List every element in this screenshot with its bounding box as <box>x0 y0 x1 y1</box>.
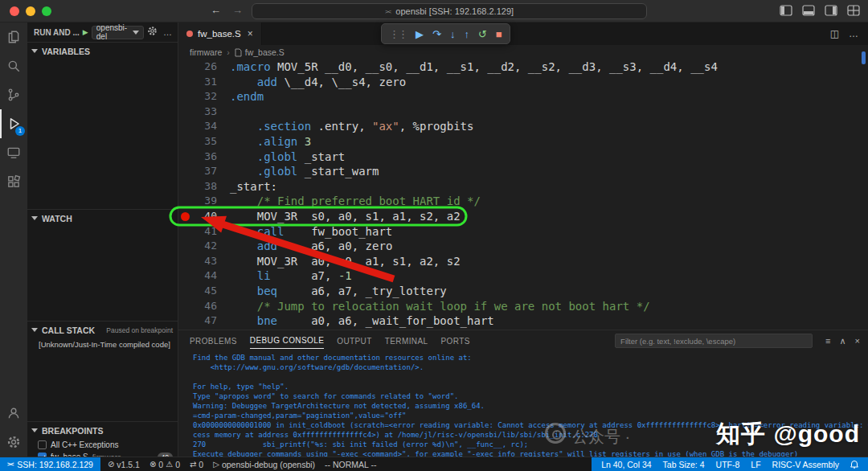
code-line[interactable]: 39 /* Find preferred boot HART id */ <box>178 194 868 209</box>
code-text[interactable]: beq a6, a7, _try_lottery <box>230 284 447 299</box>
call-stack-frame[interactable]: [Unknown/Just-In-Time compiled code] <box>27 338 178 349</box>
gutter[interactable]: 38 <box>178 179 230 195</box>
close-tab-icon[interactable]: × <box>248 28 253 39</box>
gutter[interactable]: 33 <box>178 104 230 120</box>
code-text[interactable]: li a7, -1 <box>230 268 352 284</box>
code-line[interactable]: 44 li a7, -1 <box>178 268 868 284</box>
toggle-secondary-sidebar-icon[interactable] <box>825 5 837 16</box>
code-line[interactable]: 37 .globl _start_warm <box>178 164 868 179</box>
breakpoints-section-header[interactable]: BREAKPOINTS <box>27 421 178 439</box>
stop-icon[interactable]: ■ <box>496 29 502 39</box>
code-line[interactable]: 38_start: <box>178 179 868 195</box>
ports-indicator[interactable]: ⇄ 0 <box>190 460 203 469</box>
breakpoint-row-exceptions[interactable]: All C++ Exceptions <box>27 439 178 451</box>
source-control-icon[interactable] <box>0 80 27 109</box>
editor-more-icon[interactable]: … <box>849 28 858 39</box>
search-icon[interactable] <box>0 51 27 80</box>
tab-fw-base[interactable]: fw_base.S × <box>178 23 262 45</box>
code-text[interactable]: MOV_3R a0, s0, a1, s1, a2, s2 <box>230 254 461 269</box>
gutter[interactable]: 39 <box>178 194 230 209</box>
gutter[interactable]: 40 <box>178 209 230 224</box>
gutter[interactable]: 42 <box>178 239 230 254</box>
account-icon[interactable] <box>0 399 27 428</box>
code-line[interactable]: 45 beq a6, a7, _try_lottery <box>178 284 868 299</box>
run-debug-icon[interactable]: 1 <box>0 109 27 138</box>
tab-terminal[interactable]: TERMINAL <box>385 334 428 349</box>
code-text[interactable]: .endm <box>230 89 264 104</box>
maximize-panel-icon[interactable]: ∧ <box>840 336 846 346</box>
cursor-position-indicator[interactable]: Ln 40, Col 34 <box>601 460 651 469</box>
code-text[interactable]: .align 3 <box>230 134 311 149</box>
debug-session-indicator[interactable]: ▷ opensbi-debug (opensbi) <box>213 460 315 469</box>
breakpoint-dot[interactable] <box>178 212 191 221</box>
tab-ports[interactable]: PORTS <box>441 334 470 349</box>
close-window-button[interactable] <box>10 6 19 16</box>
close-panel-icon[interactable]: × <box>855 336 860 346</box>
command-center[interactable]: >< opensbi [SSH: 192.168.2.129] <box>252 3 647 19</box>
tab-debug-console[interactable]: DEBUG CONSOLE <box>250 333 324 349</box>
navigate-back-icon[interactable]: ← <box>211 4 221 16</box>
debug-config-dropdown[interactable]: opensbi-del <box>92 26 144 39</box>
toggle-panel-icon[interactable] <box>802 5 815 16</box>
code-line[interactable]: 33 <box>178 104 868 120</box>
vim-mode-indicator[interactable]: -- NORMAL -- <box>325 460 376 469</box>
drag-handle-icon[interactable]: ⋮⋮ <box>389 29 407 39</box>
eol-indicator[interactable]: LF <box>751 460 760 469</box>
step-into-icon[interactable]: ↓ <box>450 29 456 39</box>
gutter[interactable]: 43 <box>178 254 230 269</box>
code-line[interactable]: 41 call fw_boot_hart <box>178 224 868 240</box>
gutter[interactable]: 44 <box>178 268 230 284</box>
call-stack-section-header[interactable]: CALL STACK Paused on breakpoint <box>27 321 178 338</box>
code-text[interactable]: add a6, a0, zero <box>230 239 392 254</box>
code-text[interactable]: /* Find preferred boot HART id */ <box>230 194 481 209</box>
remote-explorer-icon[interactable] <box>0 138 27 167</box>
gutter[interactable]: 41 <box>178 224 230 240</box>
code-line[interactable]: 35 .align 3 <box>178 134 868 149</box>
code-line[interactable]: 42 add a6, a0, zero <box>178 239 868 254</box>
gutter[interactable]: 47 <box>178 313 230 329</box>
code-text[interactable]: MOV_3R s0, a0, s1, a1, s2, a2 <box>230 209 461 224</box>
code-line[interactable]: 43 MOV_3R a0, s0, a1, s1, a2, s2 <box>178 254 868 269</box>
code-line[interactable]: 34 .section .entry, "ax", %progbits <box>178 119 868 134</box>
code-line[interactable]: 46 /* Jump to relocation wait loop if we… <box>178 299 868 314</box>
code-text[interactable]: _start: <box>230 179 277 195</box>
code-line[interactable]: 32.endm <box>178 89 868 104</box>
step-over-icon[interactable]: ↷ <box>432 29 441 39</box>
console-filter-input[interactable] <box>615 334 813 348</box>
notifications-bell-icon[interactable] <box>850 460 858 469</box>
gutter[interactable]: 31 <box>178 75 230 90</box>
explorer-icon[interactable] <box>0 23 27 51</box>
gutter[interactable]: 26 <box>178 59 230 75</box>
gutter[interactable]: 46 <box>178 299 230 314</box>
code-line[interactable]: 40 MOV_3R s0, a0, s1, a1, s2, a2 <box>178 209 868 224</box>
remote-indicator[interactable]: >< SSH: 192.168.2.129 <box>0 457 100 471</box>
code-line[interactable]: 36 .globl _start <box>178 149 868 165</box>
continue-icon[interactable]: ▶ <box>416 29 424 39</box>
gutter[interactable]: 37 <box>178 164 230 179</box>
toggle-sidebar-icon[interactable] <box>780 5 792 16</box>
breadcrumb-item-folder[interactable]: firmware <box>190 47 222 57</box>
editor-scrollbar[interactable] <box>862 51 866 64</box>
code-line[interactable]: 47 bne a0, a6, _wait_for_boot_hart <box>178 313 868 329</box>
views-more-icon[interactable]: … <box>161 27 174 37</box>
code-text[interactable]: .macro MOV_5R __d0, __s0, __d1, __s1, __… <box>230 59 718 75</box>
gutter[interactable]: 35 <box>178 134 230 149</box>
gutter[interactable]: 36 <box>178 149 230 165</box>
encoding-indicator[interactable]: UTF-8 <box>716 460 740 469</box>
code-text[interactable]: .globl _start <box>230 149 345 165</box>
extensions-icon[interactable] <box>0 167 27 196</box>
start-debug-icon[interactable]: ▶ <box>83 28 88 36</box>
panel-menu-icon[interactable]: ≡ <box>825 336 830 346</box>
breakpoint-row-fwbase[interactable]: fw_base.S firmware 40 <box>27 451 178 457</box>
restart-icon[interactable]: ↺ <box>478 29 487 39</box>
watch-section-header[interactable]: WATCH <box>27 209 178 227</box>
zoom-window-button[interactable] <box>42 6 51 16</box>
debug-settings-gear-icon[interactable] <box>147 25 158 39</box>
tab-output[interactable]: OUTPUT <box>337 334 372 349</box>
gutter[interactable]: 45 <box>178 284 230 299</box>
code-line[interactable]: 26.macro MOV_5R __d0, __s0, __d1, __s1, … <box>178 59 868 75</box>
code-text[interactable]: .globl _start_warm <box>230 164 379 179</box>
minimize-window-button[interactable] <box>26 6 35 16</box>
split-editor-icon[interactable]: ◫ <box>830 28 839 39</box>
settings-gear-icon[interactable] <box>0 428 27 457</box>
